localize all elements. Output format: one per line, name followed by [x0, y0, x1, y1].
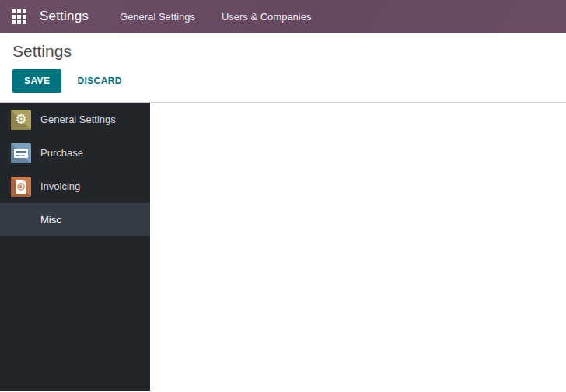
sidebar-item-label: Misc	[40, 214, 61, 226]
page-header: Settings SAVE DISCARD	[0, 33, 566, 102]
app-title[interactable]: Settings	[40, 9, 89, 24]
sidebar-item-general-settings[interactable]: ⚙ General Settings	[0, 103, 150, 136]
sidebar-item-label: General Settings	[40, 114, 116, 125]
settings-body: ⚙ General Settings Purchase	[0, 102, 566, 391]
page-title: Settings	[12, 42, 554, 61]
svg-text:$: $	[19, 184, 23, 190]
action-button-row: SAVE DISCARD	[12, 69, 554, 93]
menu-item-general-settings[interactable]: General Settings	[120, 2, 195, 32]
gear-icon: ⚙	[11, 110, 31, 130]
settings-sidebar: ⚙ General Settings Purchase	[0, 103, 150, 391]
top-navbar: Settings General Settings Users & Compan…	[0, 0, 566, 33]
apps-menu-button[interactable]	[8, 5, 30, 27]
invoice-dollar-icon: $	[11, 177, 31, 197]
save-button[interactable]: SAVE	[12, 69, 61, 93]
settings-content-pane	[150, 103, 566, 391]
top-menu: General Settings Users & Companies	[120, 2, 311, 32]
sidebar-item-misc[interactable]: Misc	[0, 203, 150, 236]
discard-button[interactable]: DISCARD	[68, 69, 131, 93]
sidebar-item-label: Invoicing	[40, 180, 80, 192]
apps-grid-icon	[12, 9, 26, 24]
sidebar-item-label: Purchase	[40, 147, 83, 159]
sidebar-item-purchase[interactable]: Purchase	[0, 136, 150, 170]
credit-card-icon	[11, 143, 31, 163]
sidebar-item-invoicing[interactable]: $ Invoicing	[0, 170, 150, 203]
menu-item-users-companies[interactable]: Users & Companies	[222, 2, 312, 32]
